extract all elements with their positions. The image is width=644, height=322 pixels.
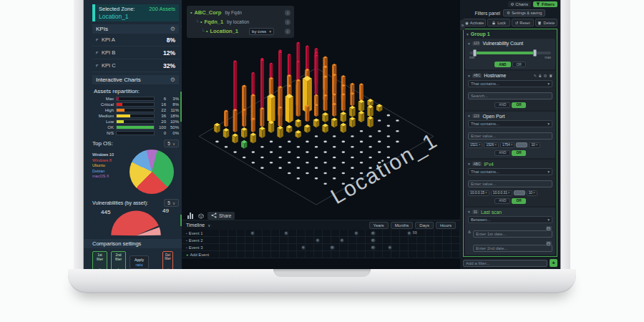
chevron-down-icon[interactable]: ▾ <box>468 162 470 166</box>
or-toggle[interactable]: OR <box>512 102 525 108</box>
or-toggle[interactable]: OR <box>512 62 526 67</box>
ipv4-tag[interactable]: 10× <box>527 190 537 196</box>
and-toggle[interactable]: AND <box>494 150 510 156</box>
kpi-row[interactable]: KPI A8% <box>92 34 179 47</box>
timeline-marker[interactable] <box>330 245 335 250</box>
kpi-row[interactable]: KPI B12% <box>92 47 179 59</box>
timeline-marker[interactable] <box>354 231 359 236</box>
range-years-button[interactable]: Years <box>369 222 389 229</box>
remove-tag-icon[interactable]: × <box>511 143 513 147</box>
chevron-down-icon[interactable]: ▾ <box>468 74 470 78</box>
node-name[interactable]: Fqdn_1 <box>204 19 223 25</box>
remove-tag-icon[interactable]: × <box>479 143 481 147</box>
chevron-down-icon[interactable]: ▾ <box>468 42 470 46</box>
edit-icon[interactable]: ✎ <box>533 74 537 78</box>
timeline-marker[interactable] <box>371 245 376 250</box>
settings-saving-button[interactable]: ⚙ Settings & saving <box>503 9 545 16</box>
asset-severity-row[interactable]: Medium3618% <box>92 114 179 118</box>
breadcrumb-level-2[interactable]: └ • Fqdn_1 by location i <box>190 17 291 26</box>
gear-icon[interactable]: ⚙ <box>170 26 175 32</box>
asset-severity-row[interactable]: Critical168% <box>92 102 179 107</box>
vulnerabilities-count-select[interactable]: 5∨ <box>164 199 179 207</box>
group-header[interactable]: ▾ Group 1 <box>465 31 555 37</box>
ipv4-operator-select[interactable]: That contains...▾ <box>468 168 552 175</box>
or-toggle[interactable]: OR <box>512 150 525 156</box>
ipv4-tag[interactable]: 10.0.0.31× <box>491 190 512 196</box>
activate-button[interactable]: ◉Activate <box>463 19 486 26</box>
timeline-marker[interactable] <box>340 238 345 243</box>
delete-button[interactable]: Delete <box>535 19 557 26</box>
asset-severity-row[interactable]: OK10050% <box>92 125 179 130</box>
range-hours-button[interactable]: Hours <box>436 222 456 229</box>
remove-tag-icon[interactable]: × <box>508 191 510 195</box>
bar-chart-view-icon[interactable] <box>187 212 195 219</box>
interactive-charts-header[interactable]: Interactive Charts ⚙ <box>92 75 179 84</box>
remove-tag-icon[interactable]: × <box>485 191 487 195</box>
lock-button[interactable]: Lock <box>487 19 509 26</box>
chevron-down-icon[interactable]: ▾ <box>468 210 470 214</box>
and-toggle[interactable]: AND <box>494 198 510 204</box>
filters-toggle-button[interactable]: Filters <box>533 1 557 7</box>
info-icon[interactable]: i <box>285 19 291 25</box>
ipv4-tag[interactable]: 10.0.0.15× <box>468 190 489 196</box>
add-filter-input[interactable] <box>463 260 547 267</box>
second-filter-button[interactable]: 2ndfilter + <box>111 251 126 269</box>
second-date-input[interactable] <box>473 245 552 252</box>
ipv4-value-input[interactable] <box>468 180 552 187</box>
timeline-track[interactable]: 99 <box>219 230 460 236</box>
group-by-select[interactable]: by cvss▾ <box>249 28 274 35</box>
and-toggle[interactable]: AND <box>494 102 510 108</box>
breadcrumb-level-1[interactable]: • ABC_Corp by Fqdn i <box>190 8 291 17</box>
last-scan-operator-select[interactable]: Between...▾ <box>468 216 552 223</box>
add-event-button[interactable]: +Add Event <box>182 251 219 258</box>
share-button[interactable]: Share <box>208 212 235 220</box>
timeline-marker[interactable] <box>301 245 306 250</box>
timeline-marker[interactable] <box>371 238 376 243</box>
slider-thumb-max[interactable] <box>533 49 537 57</box>
open-port-tag-selected[interactable] <box>516 142 527 147</box>
open-port-tag[interactable]: 1754× <box>500 142 514 148</box>
trash-icon[interactable] <box>549 74 553 78</box>
info-icon[interactable]: i <box>285 29 291 34</box>
open-port-tag[interactable]: 1526× <box>484 142 498 148</box>
vulnerability-count-slider[interactable]: min max <box>469 52 551 59</box>
hostname-search-input[interactable] <box>468 92 552 99</box>
timeline-event-label[interactable]: ▪Event 1 <box>182 230 219 236</box>
open-port-operator-select[interactable]: That contains...▾ <box>468 120 552 127</box>
remove-tag-icon[interactable]: × <box>533 191 535 195</box>
asset-severity-row[interactable]: Low2010% <box>92 119 179 124</box>
calendar-icon[interactable] <box>546 241 552 246</box>
open-port-tag[interactable]: 1521× <box>468 142 482 148</box>
hostname-operator-select[interactable]: That contains...▾ <box>468 80 552 87</box>
asset-severity-row[interactable]: Max63% <box>92 97 179 101</box>
kpis-section-header[interactable]: KPIs ⚙ <box>92 24 179 34</box>
top-os-count-select[interactable]: 5∨ <box>164 140 179 147</box>
range-days-button[interactable]: Days <box>415 222 434 229</box>
timeline-marker[interactable] <box>284 231 289 236</box>
ipv4-tag-selected[interactable] <box>514 190 525 195</box>
node-name[interactable]: ABC_Corp <box>194 9 221 16</box>
timeline-marker[interactable] <box>316 238 321 243</box>
lock-icon[interactable] <box>538 74 542 78</box>
top-os-pie-chart[interactable] <box>130 150 174 194</box>
timeline-event-label[interactable]: ▪Event 3 <box>182 244 219 250</box>
node-name[interactable]: Location_1 <box>210 28 238 34</box>
charts-toggle-button[interactable]: Charts <box>508 1 531 7</box>
timeline-track[interactable] <box>219 251 460 258</box>
timeline-header[interactable]: Timeline ∨ Years Months Days Hours <box>182 220 460 230</box>
first-date-input[interactable] <box>473 230 552 238</box>
add-filter-button[interactable]: + <box>550 259 557 267</box>
asset-severity-row[interactable]: High2211% <box>92 108 179 112</box>
open-port-tag[interactable]: 10× <box>529 142 540 148</box>
open-port-value-input[interactable] <box>468 132 552 140</box>
or-toggle[interactable]: OR <box>512 198 525 204</box>
reset-button[interactable]: ↺Reset <box>512 19 534 26</box>
breadcrumb-level-3[interactable]: └ • Location_1 by cvss▾ i <box>190 26 291 36</box>
remove-tag-icon[interactable]: × <box>494 143 497 147</box>
info-icon[interactable]: i <box>285 10 291 16</box>
gear-icon[interactable]: ⚙ <box>544 74 547 78</box>
timeline-marker[interactable] <box>250 231 255 236</box>
timeline-track[interactable] <box>219 237 460 243</box>
remove-tag-icon[interactable]: × <box>536 143 538 147</box>
timeline-marker[interactable] <box>407 231 412 236</box>
